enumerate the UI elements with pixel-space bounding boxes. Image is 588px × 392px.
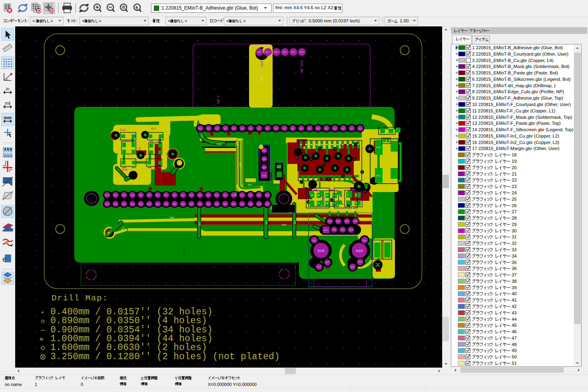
svg-text:D18: D18 <box>156 203 159 205</box>
svg-text::: : <box>305 19 307 23</box>
svg-text:Q1: Q1 <box>138 147 141 150</box>
svg-text:D17: D17 <box>156 194 159 196</box>
svg-text:D14: D14 <box>354 220 357 222</box>
svg-text:D17: D17 <box>122 194 126 196</box>
svg-text:D17: D17 <box>207 194 210 196</box>
svg-text:D18: D18 <box>198 203 202 205</box>
svg-text:D17: D17 <box>173 194 177 196</box>
svg-text:GND: GND <box>259 61 263 67</box>
svg-text:D18: D18 <box>173 203 177 205</box>
svg-text:1 220815_EMIoT-B_Adhesive.gbr: 1 220815_EMIoT-B_Adhesive.gbr (Glue, Bot… <box>472 45 563 50</box>
svg-text:39: 39 <box>512 285 517 290</box>
svg-text::: : <box>159 18 161 23</box>
svg-text:D17: D17 <box>350 128 354 130</box>
svg-text:14 220815_EMIoT-F_Silkscreen.g: 14 220815_EMIoT-F_Silkscreen.gbr (Legend… <box>472 127 574 132</box>
svg-text:D17: D17 <box>190 194 193 196</box>
svg-text:R11: R11 <box>151 127 157 130</box>
svg-text:19: 19 <box>512 159 517 164</box>
svg-text:D18: D18 <box>223 203 227 205</box>
svg-text:D18: D18 <box>165 203 168 205</box>
svg-text:D17: D17 <box>249 194 253 196</box>
svg-text:D17: D17 <box>224 128 227 130</box>
svg-text:9 220815_EMIoT-F_Adhesive.gbr: 9 220815_EMIoT-F_Adhesive.gbr (Glue, Top… <box>472 96 563 100</box>
svg-text:28: 28 <box>512 216 517 220</box>
svg-text:D17: D17 <box>300 51 304 54</box>
svg-text:D20: D20 <box>277 166 280 168</box>
svg-text:D18: D18 <box>190 203 193 205</box>
svg-text:8 220815_EMIoT-Edge_Cuts.gbr (: 8 220815_EMIoT-Edge_Cuts.gbr (Profile, N… <box>472 89 564 94</box>
svg-text:D18: D18 <box>139 203 143 205</box>
svg-text::: : <box>76 18 78 23</box>
svg-text:D15: D15 <box>262 175 266 177</box>
svg-text:D34: D34 <box>282 224 287 226</box>
svg-text:7 220815_EMIoT-drl_map.gbr (Dr: 7 220815_EMIoT-drl_map.gbr (Drillmap, ) <box>472 83 556 88</box>
svg-text:D17: D17 <box>223 194 227 196</box>
svg-text:D14: D14 <box>349 229 353 231</box>
svg-text:29: 29 <box>512 222 517 227</box>
svg-text:D17: D17 <box>266 51 270 54</box>
svg-text:D17: D17 <box>241 128 244 130</box>
svg-text:26: 26 <box>512 203 517 208</box>
svg-text:D17: D17 <box>325 262 329 264</box>
svg-text:D17: D17 <box>114 194 118 196</box>
svg-text:D17: D17 <box>275 51 279 54</box>
svg-text:D17: D17 <box>139 194 143 196</box>
svg-text::: : <box>28 18 29 23</box>
svg-text:D13: D13 <box>351 266 354 268</box>
svg-text:D34: D34 <box>270 206 272 210</box>
svg-text:2 220815_EMIoT-B_Courtyard.gbr: 2 220815_EMIoT-B_Courtyard.gbr (Other, U… <box>472 52 568 56</box>
svg-text:D18: D18 <box>147 203 151 205</box>
svg-text:D19: D19 <box>260 76 263 82</box>
svg-text:D17: D17 <box>291 51 295 54</box>
svg-text:D18: D18 <box>266 203 269 205</box>
svg-text:D17: D17 <box>181 194 185 196</box>
svg-text:46: 46 <box>512 329 517 334</box>
svg-text:D17: D17 <box>274 128 278 130</box>
svg-text:D17: D17 <box>291 128 295 130</box>
svg-text:D17: D17 <box>358 261 362 264</box>
svg-text:D17: D17 <box>207 128 211 130</box>
svg-text:D15: D15 <box>262 158 266 161</box>
svg-text:45: 45 <box>512 323 517 328</box>
svg-text:D18: D18 <box>240 203 244 205</box>
svg-text:D17: D17 <box>198 194 202 196</box>
svg-text:D34: D34 <box>170 216 174 219</box>
svg-text:11 220815_EMIoT-F_Cu.gbr (Copp: 11 220815_EMIoT-F_Cu.gbr (Copper, L1) <box>472 108 556 113</box>
svg-text:42: 42 <box>512 304 517 309</box>
svg-text:31: 31 <box>512 234 517 239</box>
svg-text:D15: D15 <box>262 167 266 169</box>
svg-text:D17: D17 <box>257 51 261 54</box>
svg-text:21: 21 <box>512 172 517 176</box>
svg-text:in: in <box>6 86 10 91</box>
svg-text:D14: D14 <box>328 220 332 222</box>
svg-text:D17: D17 <box>165 194 168 196</box>
svg-text:40: 40 <box>512 291 517 296</box>
svg-text:D18: D18 <box>249 203 253 205</box>
svg-text:37: 37 <box>512 272 517 277</box>
svg-text:32: 32 <box>512 241 517 246</box>
svg-text:D17: D17 <box>308 128 312 130</box>
svg-text:mil: mil <box>5 101 10 106</box>
svg-text:D17: D17 <box>147 194 151 196</box>
svg-text:D14: D14 <box>345 220 349 222</box>
svg-text:I2S_WA: I2S_WA <box>299 60 303 73</box>
svg-text:2J2_W8: 2J2_W8 <box>100 196 103 205</box>
svg-text:50: 50 <box>512 354 517 359</box>
svg-text:D12: D12 <box>317 266 321 268</box>
svg-text:R13: R13 <box>120 128 126 132</box>
svg-text:12 220815_EMIoT-F_Mask.gbr (So: 12 220815_EMIoT-F_Mask.gbr (Soldermask, … <box>472 115 572 120</box>
svg-text:41: 41 <box>512 298 517 302</box>
svg-text:17 220815_EMIoT-Margin.gbr (Ot: 17 220815_EMIoT-Margin.gbr (Other, User) <box>472 146 560 151</box>
svg-text:D17: D17 <box>249 128 253 130</box>
svg-text:D17: D17 <box>240 194 244 196</box>
svg-text:D17: D17 <box>299 128 303 130</box>
svg-text:D17: D17 <box>359 128 362 130</box>
svg-text:D17: D17 <box>266 194 269 196</box>
svg-text:D17: D17 <box>106 194 109 196</box>
svg-text:D11: D11 <box>312 240 316 242</box>
svg-text:49: 49 <box>512 348 517 353</box>
svg-text:D18: D18 <box>257 203 261 205</box>
svg-text:18: 18 <box>512 152 517 157</box>
svg-text:3 220815_EMIoT-B_Cu.gbr (Coppe: 3 220815_EMIoT-B_Cu.gbr (Copper, L4) <box>472 58 554 63</box>
svg-text:D18: D18 <box>215 203 219 205</box>
